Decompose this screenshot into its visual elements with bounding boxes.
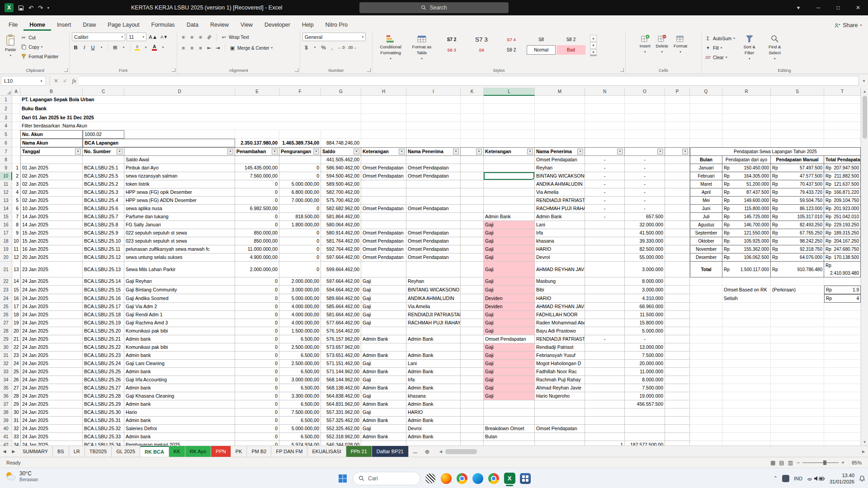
cell-O20[interactable]: 55.000.000 — [625, 253, 665, 262]
cell-B30[interactable]: 24 Jan 2025 — [20, 343, 83, 352]
select-all-corner[interactable] — [0, 88, 12, 96]
cell-L3[interactable] — [484, 114, 535, 122]
filter-button[interactable]: ▼ — [117, 149, 123, 155]
cell-K26[interactable] — [461, 311, 484, 319]
formula-bar-expand-icon[interactable]: ▾ — [860, 79, 868, 83]
cell-I27[interactable]: RACHMAH PUJI RAHAYU — [406, 319, 461, 327]
cell-T31[interactable] — [824, 352, 861, 360]
cell-M39[interactable] — [535, 417, 585, 425]
cell-D31[interactable]: Admin bank — [124, 352, 235, 360]
cell-G34[interactable]: 568.144.962,00 — [321, 376, 361, 384]
cell-E30[interactable]: 0 — [235, 343, 279, 352]
cell-S21[interactable]: Rp910.786.480 — [771, 262, 824, 277]
cell-Q41[interactable] — [690, 433, 722, 441]
cell-N26[interactable] — [585, 311, 625, 319]
cell-D40[interactable]: Saleries Defroi — [124, 425, 235, 433]
column-header-P[interactable]: P — [665, 88, 690, 96]
cell-D16[interactable]: FG Sally Januari — [124, 221, 235, 229]
cell-E36[interactable]: 0 — [235, 392, 279, 400]
row-header[interactable]: 32 — [0, 360, 12, 368]
cell-Q33[interactable] — [690, 368, 722, 376]
tray-app-icon[interactable] — [782, 475, 789, 482]
cell-B39[interactable]: 24 Jan 2025 — [20, 417, 83, 425]
cell-E18[interactable]: 850.000,00 — [235, 237, 279, 245]
cell-Q16[interactable]: Agustus — [690, 221, 722, 229]
cell-M24[interactable]: HARIO — [535, 294, 585, 303]
cell-N42[interactable]: 1 — [585, 441, 625, 446]
cell-T4[interactable] — [824, 122, 861, 130]
cell-H11[interactable] — [361, 180, 406, 188]
cell-G7[interactable]: Saldo▼ — [321, 147, 361, 156]
cell-R31[interactable] — [722, 352, 771, 360]
cell-K42[interactable] — [461, 441, 484, 446]
cell-E12[interactable]: 0 — [235, 188, 279, 197]
cell-M33[interactable]: Fadhillah Noor Rac — [535, 368, 585, 376]
cell-H12[interactable] — [361, 188, 406, 197]
cell-R12[interactable]: Rp87.437.500 — [722, 188, 771, 197]
cell-Q29[interactable] — [690, 335, 722, 343]
cell-G26[interactable]: 581.664.462,00 — [321, 311, 361, 319]
gallery-down-icon[interactable]: ▼ — [590, 42, 597, 49]
cell-M34[interactable]: Rachmah Puji Rahay — [535, 376, 585, 384]
cell-N35[interactable] — [585, 384, 625, 392]
cell-A37[interactable]: 29 — [12, 400, 20, 408]
cell-style-normal[interactable]: Normal — [527, 45, 556, 55]
cell-R4[interactable] — [722, 122, 771, 130]
gallery-up-icon[interactable]: ▲ — [590, 35, 597, 42]
cell-K30[interactable] — [461, 343, 484, 352]
cell-P25[interactable] — [665, 303, 690, 311]
cell-M35[interactable]: Ahmad Reyhan Javie — [535, 384, 585, 392]
row-header[interactable]: 15 — [0, 213, 12, 221]
cell-E32[interactable]: 0 — [235, 360, 279, 368]
cell-Q10[interactable]: Februari — [690, 172, 722, 180]
cell-F23[interactable]: 3.000.000,00 — [279, 286, 321, 294]
cell-F41[interactable]: 6.500,00 — [279, 433, 321, 441]
cell-N20[interactable] — [585, 253, 625, 262]
cell-L8[interactable] — [484, 156, 535, 164]
cell-D32[interactable]: Gaji Lani Cleaning — [124, 360, 235, 368]
cell-F9[interactable]: 0 — [279, 164, 321, 172]
name-box-arrow-icon[interactable]: ▼ — [40, 80, 43, 83]
cell-O11[interactable]: - — [625, 180, 665, 188]
cell-H13[interactable] — [361, 197, 406, 205]
cell-K40[interactable] — [461, 425, 484, 433]
cell-H32[interactable]: Gaji — [361, 360, 406, 368]
cell-L11[interactable] — [484, 180, 535, 188]
cell-S1[interactable] — [771, 96, 824, 104]
cut-button[interactable]: ✂Cut — [19, 33, 59, 42]
cell-A31[interactable]: 23 — [12, 352, 20, 360]
cell-K29[interactable] — [461, 335, 484, 343]
column-header-F[interactable]: F — [279, 88, 321, 96]
cell-L29[interactable]: Omset Pendapatan — [484, 335, 535, 343]
cell-I33[interactable]: Admin Bank — [406, 368, 461, 376]
cell-L35[interactable]: Gaji — [484, 384, 535, 392]
cell-N23[interactable] — [585, 286, 625, 294]
cell-A18[interactable]: 10 — [12, 237, 20, 245]
cell-I34[interactable]: Irfa — [406, 376, 461, 384]
cell-Q13[interactable]: Mei — [690, 197, 722, 205]
app-icon-excel[interactable]: X — [504, 473, 515, 484]
cell-H31[interactable]: Admin Bank — [361, 352, 406, 360]
cell-I28[interactable] — [406, 327, 461, 335]
cell-T14[interactable]: Rp201.923.000 — [824, 205, 861, 213]
app-icon-calculator[interactable] — [519, 473, 531, 484]
row-header[interactable]: 18 — [0, 237, 12, 245]
cell-T16[interactable]: Rp229.193.250 — [824, 221, 861, 229]
cell-Q14[interactable]: Juni — [690, 205, 722, 213]
middle-align-icon[interactable]: ≡ — [188, 33, 196, 41]
cell-K11[interactable] — [461, 180, 484, 188]
sheet-tab-pph-21[interactable]: PPh 21 — [346, 446, 372, 457]
cell-O22[interactable]: 8.000.000 — [625, 277, 665, 286]
cell-D27[interactable]: Gaji Rachma Amd 3 — [124, 319, 235, 327]
cell-D22[interactable]: Gaji Reyhan — [124, 277, 235, 286]
cell-L5[interactable] — [484, 130, 535, 139]
cell-R8[interactable]: Pendapatan dari ayo — [722, 156, 771, 164]
cell-B35[interactable]: 24 Jan 2025 — [20, 384, 83, 392]
cell-I23[interactable]: BINTANG WICAKSONO — [406, 286, 461, 294]
column-header-M[interactable]: M — [535, 88, 585, 96]
cell-N13[interactable]: - — [585, 197, 625, 205]
cell-L25[interactable]: Deviden — [484, 303, 535, 311]
row-header[interactable]: 27 — [0, 319, 12, 327]
cell-B29[interactable]: 24 Jan 2025 — [20, 335, 83, 343]
cell-I7[interactable]: Nama Penerima▼ — [406, 147, 461, 156]
